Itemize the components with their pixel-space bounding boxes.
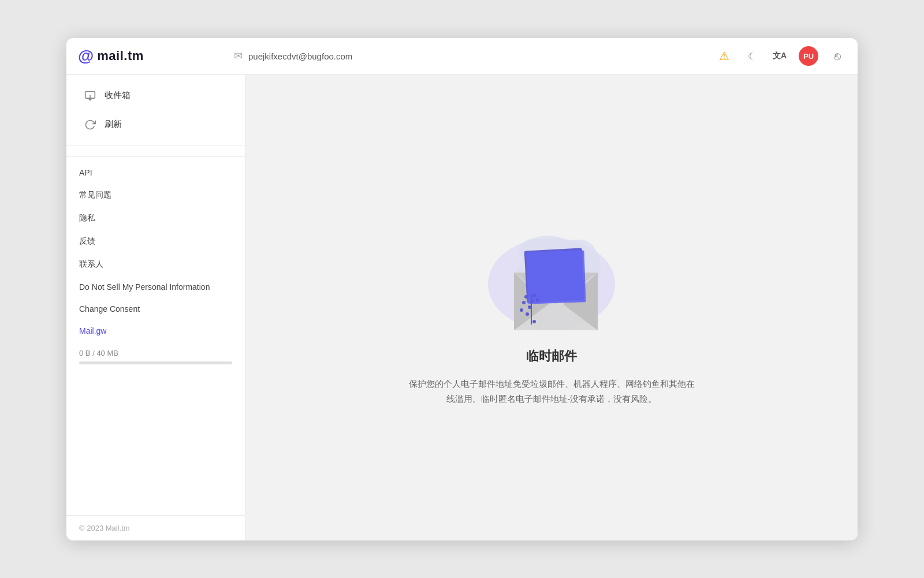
svg-point-9	[532, 320, 536, 323]
storage-total: 40 MB	[96, 349, 118, 357]
sidebar-links: API 常见问题 隐私 反馈 联系人 Do Not Sell My Person…	[66, 146, 245, 515]
translate-icon[interactable]: 文A	[771, 47, 788, 65]
header: @ mail.tm ✉ puejkifxecdvt@bugfoo.com ⚠ ☾…	[66, 38, 858, 75]
refresh-label: 刷新	[105, 119, 122, 130]
link-do-not-sell[interactable]: Do Not Sell My Personal Information	[66, 276, 245, 298]
main-content: 收件箱 刷新 API 常见问题 隐私 反馈	[66, 75, 858, 540]
logo: @ mail.tm	[78, 48, 234, 64]
svg-point-17	[532, 294, 536, 297]
app-window: @ mail.tm ✉ puejkifxecdvt@bugfoo.com ⚠ ☾…	[66, 38, 858, 540]
svg-point-11	[520, 308, 523, 312]
link-contacts[interactable]: 联系人	[66, 253, 245, 276]
sidebar-item-refresh[interactable]: 刷新	[71, 111, 240, 139]
empty-state-title: 临时邮件	[526, 348, 577, 365]
sidebar-footer: © 2023 Mail.tm	[66, 515, 245, 540]
alert-icon[interactable]: ⚠	[716, 47, 733, 65]
inbox-label: 收件箱	[105, 90, 131, 101]
email-icon: ✉	[234, 50, 243, 62]
empty-state: 临时邮件 保护您的个人电子邮件地址免受垃圾邮件、机器人程序、网络钓鱼和其他在线滥…	[384, 186, 719, 429]
svg-point-16	[524, 295, 528, 299]
logo-at-symbol: @	[78, 48, 94, 64]
logo-text: mail.tm	[97, 49, 144, 64]
link-faq[interactable]: 常见问题	[66, 184, 245, 207]
logout-icon[interactable]: ⎋	[829, 47, 846, 65]
header-email-address: puejkifxecdvt@bugfoo.com	[248, 51, 352, 61]
sidebar-divider	[66, 156, 245, 157]
sidebar: 收件箱 刷新 API 常见问题 隐私 反馈	[66, 75, 245, 540]
avatar[interactable]: PU	[799, 46, 818, 66]
link-mail-gw[interactable]: Mail.gw	[66, 320, 245, 342]
dark-mode-icon[interactable]: ☾	[743, 47, 761, 65]
refresh-icon	[84, 119, 96, 130]
copyright-text: © 2023 Mail.tm	[79, 524, 130, 532]
svg-point-10	[526, 312, 529, 316]
envelope-illustration	[476, 209, 627, 336]
storage-used: 0 B	[79, 349, 91, 357]
header-email-display: ✉ puejkifxecdvt@bugfoo.com	[234, 50, 716, 62]
inbox-icon	[84, 90, 96, 102]
storage-bar-background	[79, 361, 232, 364]
header-actions: ⚠ ☾ 文A PU ⎋	[716, 46, 846, 66]
svg-point-15	[536, 299, 539, 302]
sidebar-item-inbox[interactable]: 收件箱	[71, 82, 240, 110]
sidebar-storage: 0 B / 40 MB	[66, 342, 245, 371]
link-change-consent[interactable]: Change Consent	[66, 298, 245, 320]
svg-point-13	[522, 301, 526, 304]
link-privacy[interactable]: 隐私	[66, 207, 245, 230]
empty-state-description: 保护您的个人电子邮件地址免受垃圾邮件、机器人程序、网络钓鱼和其他在线滥用。临时匿…	[407, 376, 696, 406]
link-feedback[interactable]: 反馈	[66, 230, 245, 253]
storage-text: 0 B / 40 MB	[79, 349, 232, 357]
sidebar-top: 收件箱 刷新	[66, 75, 245, 146]
link-api[interactable]: API	[66, 162, 245, 184]
main-content-area: 临时邮件 保护您的个人电子邮件地址免受垃圾邮件、机器人程序、网络钓鱼和其他在线滥…	[245, 75, 858, 540]
